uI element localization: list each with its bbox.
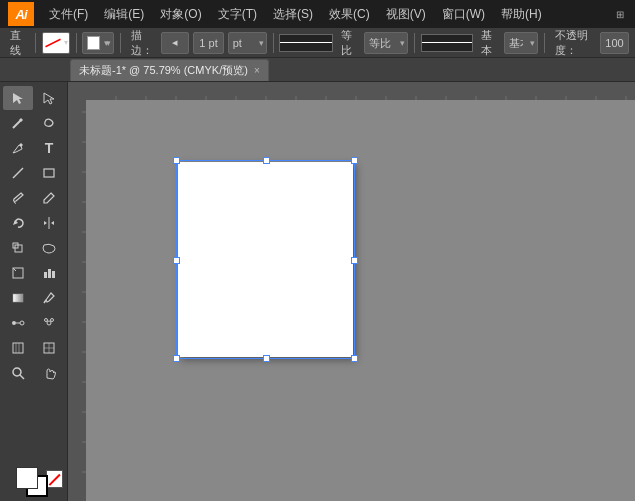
svg-marker-6	[13, 220, 18, 225]
handle-top-mid[interactable]	[263, 157, 270, 164]
free-transform-tool[interactable]	[3, 261, 33, 285]
tab-bar: 未标题-1* @ 75.79% (CMYK/预览) ×	[0, 58, 635, 82]
canvas-area	[68, 82, 635, 501]
handle-bottom-right[interactable]	[351, 355, 358, 362]
stroke-basic-preview	[421, 34, 473, 52]
zoom-tool[interactable]	[3, 361, 33, 385]
toolbar: 直线 ▾ ▾ 描边： ◂ 1 pt pt px mm 等比 等比	[0, 28, 635, 58]
handle-bottom-mid[interactable]	[263, 355, 270, 362]
svg-point-20	[20, 321, 24, 325]
proportional-select[interactable]: 等比	[364, 32, 408, 54]
svg-line-4	[13, 168, 23, 178]
opacity-label: 不透明度：	[551, 26, 596, 60]
menu-view[interactable]: 视图(V)	[379, 4, 433, 25]
tab-label: 未标题-1* @ 75.79% (CMYK/预览)	[79, 63, 248, 78]
window-controls: ⊞	[613, 7, 627, 21]
rectangle-tool[interactable]	[34, 161, 64, 185]
selection-border	[176, 160, 355, 359]
ruler-left	[68, 82, 86, 501]
scale-tool[interactable]	[3, 236, 33, 260]
svg-point-31	[13, 368, 21, 376]
pencil-tool[interactable]	[34, 186, 64, 210]
tool-row-9	[0, 286, 67, 310]
svg-marker-8	[44, 221, 47, 225]
menu-select[interactable]: 选择(S)	[266, 4, 320, 25]
stroke-unit-select[interactable]: pt px mm	[228, 32, 267, 54]
svg-marker-2	[44, 93, 54, 104]
proportional-label: 等比	[337, 26, 360, 60]
menu-file[interactable]: 文件(F)	[42, 4, 95, 25]
pen-tool[interactable]	[3, 136, 33, 160]
svg-rect-5	[44, 169, 54, 177]
basic-select[interactable]: 基本	[504, 32, 538, 54]
graph-tool[interactable]	[34, 261, 64, 285]
svg-rect-33	[68, 82, 86, 501]
slice-tool[interactable]	[34, 336, 64, 360]
handle-mid-left[interactable]	[173, 257, 180, 264]
handle-top-right[interactable]	[351, 157, 358, 164]
menu-object[interactable]: 对象(O)	[153, 4, 208, 25]
svg-line-32	[20, 375, 24, 379]
fill-type-btn[interactable]: ▾	[82, 32, 114, 54]
menu-bar: 文件(F) 编辑(E) 对象(O) 文字(T) 选择(S) 效果(C) 视图(V…	[42, 4, 605, 25]
stroke-weight-down-btn[interactable]: ◂	[161, 32, 189, 54]
menu-window[interactable]: 窗口(W)	[435, 4, 492, 25]
svg-point-19	[12, 321, 16, 325]
svg-marker-9	[51, 221, 54, 225]
menu-effect[interactable]: 效果(C)	[322, 4, 377, 25]
svg-marker-1	[13, 93, 23, 104]
svg-rect-14	[44, 272, 47, 278]
toolbar-sep-2	[76, 33, 77, 53]
svg-rect-47	[86, 82, 635, 100]
svg-rect-16	[52, 271, 55, 278]
lasso-tool[interactable]	[34, 111, 64, 135]
stroke-weight-input[interactable]: 1 pt	[193, 32, 223, 54]
menu-edit[interactable]: 编辑(E)	[97, 4, 151, 25]
toolbar-sep-1	[35, 33, 36, 53]
tool-row-1	[0, 86, 67, 110]
grid-icon[interactable]: ⊞	[613, 7, 627, 21]
reflect-tool[interactable]	[34, 211, 64, 235]
gradient-tool[interactable]	[3, 286, 33, 310]
handle-mid-right[interactable]	[351, 257, 358, 264]
fill-color-swatch[interactable]	[16, 467, 38, 489]
svg-point-23	[45, 319, 48, 322]
stroke-solid-line	[280, 42, 332, 43]
line-tool[interactable]	[3, 161, 33, 185]
menu-type[interactable]: 文字(T)	[211, 4, 264, 25]
title-bar: Ai 文件(F) 编辑(E) 对象(O) 文字(T) 选择(S) 效果(C) 视…	[0, 0, 635, 28]
color-boxes: ⇄	[0, 461, 67, 497]
tool-row-11	[0, 336, 67, 360]
blend-tool[interactable]	[3, 311, 33, 335]
basic-label: 基本	[477, 26, 500, 60]
direct-selection-tool[interactable]	[34, 86, 64, 110]
stroke-color-btn[interactable]: ▾	[42, 32, 70, 54]
toolbar-sep-3	[120, 33, 121, 53]
stroke-solid-line2	[422, 42, 472, 43]
tool-row-8	[0, 261, 67, 285]
hand-tool[interactable]	[34, 361, 64, 385]
column-graph-btn[interactable]	[3, 336, 33, 360]
eyedropper-tool[interactable]	[34, 286, 64, 310]
rotate-tool[interactable]	[3, 211, 33, 235]
type-tool[interactable]: T	[34, 136, 64, 160]
symbol-tool[interactable]	[34, 311, 64, 335]
handle-bottom-left[interactable]	[173, 355, 180, 362]
none-color-indicator[interactable]	[46, 470, 63, 488]
left-toolbar: T	[0, 82, 68, 501]
handle-top-left[interactable]	[173, 157, 180, 164]
svg-line-18	[44, 300, 46, 303]
doc-tab[interactable]: 未标题-1* @ 75.79% (CMYK/预览) ×	[70, 59, 269, 81]
ruler-top	[86, 82, 635, 100]
svg-rect-17	[13, 294, 23, 302]
selection-tool[interactable]	[3, 86, 33, 110]
opacity-input[interactable]: 100	[600, 32, 629, 54]
magic-wand-tool[interactable]	[3, 111, 33, 135]
selection-overlay	[176, 160, 355, 359]
toolbar-sep-4	[273, 33, 274, 53]
tab-close-btn[interactable]: ×	[254, 65, 260, 76]
main-area: T	[0, 82, 635, 501]
warp-tool[interactable]	[34, 236, 64, 260]
menu-help[interactable]: 帮助(H)	[494, 4, 549, 25]
paintbrush-tool[interactable]	[3, 186, 33, 210]
